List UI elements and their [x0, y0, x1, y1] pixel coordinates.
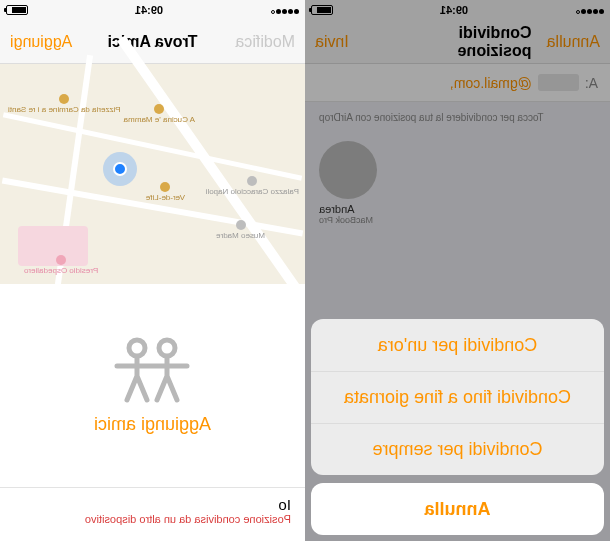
me-name: Io [14, 496, 291, 513]
airdrop-hint: Tocca per condividere la tua posizione c… [305, 102, 610, 133]
add-button[interactable]: Aggiungi [10, 33, 80, 51]
find-friends-screen: 09:41 Modifica Trova Amici Aggiungi Pizz… [0, 0, 305, 541]
avatar [319, 141, 377, 199]
status-bar: 09:41 [305, 0, 610, 20]
signal-dots-icon [575, 4, 604, 16]
airdrop-contact-name: Andrea [319, 203, 596, 215]
share-end-of-day-button[interactable]: Condividi fino a fine giornata [311, 371, 604, 423]
status-bar: 09:41 [0, 0, 305, 20]
to-label: A: [585, 75, 598, 91]
poi-hospital[interactable]: Presidio Ospedaliero [24, 255, 98, 276]
signal-dots-icon [270, 4, 299, 16]
svg-point-1 [130, 340, 146, 356]
recipient-email-suffix: @gmail.com, [450, 75, 532, 91]
svg-point-0 [160, 340, 176, 356]
action-sheet-cancel-button[interactable]: Annulla [311, 483, 604, 535]
poi-caracciolo[interactable]: Palazzo Caracciolo Napoli [206, 176, 299, 197]
airdrop-contact[interactable]: Andrea MacBook Pro [305, 141, 610, 225]
cancel-button[interactable]: Annulla [531, 33, 600, 51]
battery-icon [311, 5, 333, 15]
poi-pizzeria[interactable]: Pizzeria da Carmine a i re Santi [8, 94, 121, 115]
to-field[interactable]: A: @gmail.com, [305, 64, 610, 102]
current-location-dot [113, 162, 127, 176]
share-duration-action-sheet: Condividi per un'ora Condividi fino a fi… [311, 319, 604, 535]
friends-icon [108, 336, 198, 406]
edit-button[interactable]: Modifica [225, 33, 295, 51]
add-friends-button[interactable]: Aggiungi amici [94, 414, 211, 435]
battery-icon [6, 5, 28, 15]
status-time: 09:41 [440, 4, 468, 16]
share-location-screen: 09:41 Annulla Condividi posizione Invia … [305, 0, 610, 541]
me-subtitle: Posizione condivisa da un altro disposit… [14, 513, 291, 525]
me-row[interactable]: Io Posizione condivisa da un altro dispo… [0, 487, 305, 541]
empty-friends: Aggiungi amici [0, 284, 305, 487]
airdrop-contact-device: MacBook Pro [319, 215, 596, 225]
nav-bar: Annulla Condividi posizione Invia [305, 20, 610, 64]
send-button[interactable]: Invia [315, 33, 384, 51]
recipient-redacted [538, 74, 579, 91]
map[interactable]: Pizzeria da Carmine a i re Santi A Cucin… [0, 64, 305, 284]
nav-bar: Modifica Trova Amici Aggiungi [0, 20, 305, 64]
poi-madre[interactable]: Museo Madre [216, 220, 265, 241]
status-time: 09:41 [135, 4, 163, 16]
share-one-hour-button[interactable]: Condividi per un'ora [311, 319, 604, 371]
share-indefinitely-button[interactable]: Condividi per sempre [311, 423, 604, 475]
poi-cucina[interactable]: A Cucina 'e Mamma [124, 104, 195, 125]
nav-title: Condividi posizione [384, 24, 532, 60]
poi-verdelife[interactable]: Ver-de-Life [146, 182, 185, 203]
